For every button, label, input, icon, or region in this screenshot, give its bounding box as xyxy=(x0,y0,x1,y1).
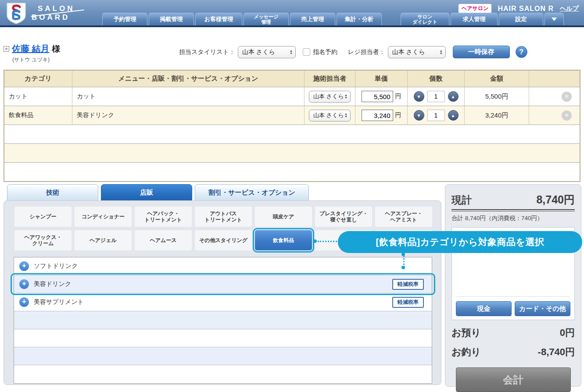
cash-button[interactable]: 現金 xyxy=(456,301,512,316)
stylist-select[interactable]: 山本 さくら ▲▼ xyxy=(238,46,296,58)
customer-honorific: 様 xyxy=(52,43,61,55)
row-staff-select[interactable]: 山本 さくら ▲▼ xyxy=(309,110,351,121)
qty-decrease-button[interactable]: ▼ xyxy=(414,91,424,102)
product-label: 美容サプリメント xyxy=(34,298,84,306)
nav-tab-messages[interactable]: メッセージ 管理 xyxy=(244,13,289,25)
salon-board-logo: SALON BOARD xyxy=(6,2,75,24)
col-menu: メニュー・店販・割引・サービス・オプション xyxy=(72,71,304,87)
unit-price-input[interactable] xyxy=(362,110,393,121)
nav-tab-customers[interactable]: お客様管理 xyxy=(195,13,242,25)
staff-controls: 担当スタイリスト： 山本 さくら ▲▼ 指名予約 レジ担当者： 山本 さくら ▲… xyxy=(179,46,527,58)
delete-row-button[interactable]: ✕ xyxy=(562,110,572,121)
category-food-drink[interactable]: 飲食料品 xyxy=(255,230,312,250)
col-qty: 個数 xyxy=(407,71,464,87)
add-product-icon[interactable]: + xyxy=(19,261,29,271)
nav-tab-reservation[interactable]: 予約管理 xyxy=(102,13,147,25)
yen-suffix: 円 xyxy=(395,111,401,119)
select-arrows-icon: ▲▼ xyxy=(344,113,348,118)
qty-increase-button[interactable]: ▲ xyxy=(448,110,459,121)
order-menu: カット xyxy=(72,87,304,106)
delete-row-button[interactable]: ✕ xyxy=(562,92,572,102)
nomination-label: 指名予約 xyxy=(313,48,337,56)
checkout-panel: 現計 8,740円 合計 8,740円（内消費税：740円） 現金 カード・その… xyxy=(445,184,581,387)
category-scalp-care[interactable]: 頭皮ケア xyxy=(255,207,312,227)
app-header: SALON BOARD ヘアサロン HAIR SALON R ヘルプ 予約管理 … xyxy=(0,0,584,27)
row-staff-value: 山本 さくら xyxy=(313,111,344,119)
product-row-empty xyxy=(14,365,432,383)
expand-customer-icon[interactable]: + xyxy=(4,46,9,52)
category-hair-gel[interactable]: ヘアジェル xyxy=(75,230,132,250)
col-category: カテゴリ xyxy=(4,71,72,87)
callout-connector-dot xyxy=(401,266,405,269)
nav-tab-sales[interactable]: 売上管理 xyxy=(290,13,335,25)
category-shampoo[interactable]: シャンプー xyxy=(14,207,72,227)
tab-technique[interactable]: 技術 xyxy=(7,184,98,201)
yen-suffix: 円 xyxy=(395,93,401,100)
row-staff-select[interactable]: 山本 さくら ▲▼ xyxy=(309,91,351,103)
category-wax-cream[interactable]: ヘアワックス・ クリーム xyxy=(14,230,72,250)
product-row-soft-drink[interactable]: + ソフトドリンク xyxy=(14,257,432,275)
add-product-icon[interactable]: + xyxy=(19,279,29,289)
product-row-empty xyxy=(14,311,432,329)
add-product-icon[interactable]: + xyxy=(19,297,29,307)
category-outbath-treatment[interactable]: アウトバス トリートメント xyxy=(195,207,252,227)
select-arrows-icon: ▲▼ xyxy=(440,50,443,55)
nomination-checkbox[interactable] xyxy=(303,48,310,56)
product-row-beauty-supplement[interactable]: + 美容サプリメント 軽減税率 xyxy=(14,293,432,311)
category-other-styling[interactable]: その他スタイリング xyxy=(195,230,252,250)
help-link[interactable]: ヘルプ xyxy=(560,5,579,13)
order-row-empty xyxy=(4,162,580,181)
chevron-down-icon xyxy=(552,18,557,21)
product-label: 美容ドリンク xyxy=(34,280,71,288)
checkout-button[interactable]: 会計 xyxy=(456,367,571,392)
qty-decrease-button[interactable]: ▼ xyxy=(414,110,424,121)
order-category: カット xyxy=(4,87,72,106)
order-row-2: 飲食料品 美容ドリンク 山本 さくら ▲▼ 円 ▼ ▲ 3,240円 ✕ xyxy=(4,106,580,125)
card-other-button[interactable]: カード・その他 xyxy=(515,301,570,316)
shield-logo-icon xyxy=(6,2,26,24)
callout-connector-dot xyxy=(313,239,317,243)
order-row-1: カット カット 山本 さくら ▲▼ 円 ▼ ▲ 5,500円 ✕ xyxy=(4,87,580,106)
order-table-header: カテゴリ メニュー・店販・割引・サービス・オプション 施術担当者 単価 個数 金… xyxy=(4,71,580,87)
nav-tab-salon-direct[interactable]: サロン ダイレクト xyxy=(401,13,449,25)
cashier-select[interactable]: 山本 さくら ▲▼ xyxy=(388,46,446,58)
cashier-label: レジ担当者： xyxy=(348,48,385,56)
tab-discount-service-option[interactable]: 割引・サービス・オプション xyxy=(195,184,309,201)
tab-retail[interactable]: 店販 xyxy=(101,184,192,201)
nav-tab-analytics[interactable]: 集計・分析 xyxy=(337,13,382,25)
qty-input[interactable] xyxy=(427,110,445,121)
col-delete xyxy=(529,71,580,87)
col-staff: 施術担当者 xyxy=(304,71,355,87)
annotation-callout: [飲食料品]カテゴリから対象商品を選択 xyxy=(338,231,582,253)
category-hairpack-treatment[interactable]: ヘアパック・ トリートメント xyxy=(135,207,192,227)
product-row-beauty-drink[interactable]: + 美容ドリンク 軽減税率 xyxy=(14,275,432,293)
qty-increase-button[interactable]: ▲ xyxy=(448,91,459,102)
callout-connector-line xyxy=(318,241,337,242)
qty-input[interactable] xyxy=(427,91,445,102)
category-hair-mousse[interactable]: ヘアムース xyxy=(135,230,192,250)
temp-save-button[interactable]: 一時保存 xyxy=(453,46,510,58)
nav-tab-settings[interactable]: 設定 xyxy=(499,13,543,25)
unit-price-input[interactable] xyxy=(362,91,393,102)
change-label: お釣り xyxy=(451,346,481,359)
category-conditioner[interactable]: コンディショナー xyxy=(75,207,132,227)
menu-tabs: 技術 店販 割引・サービス・オプション xyxy=(7,184,309,201)
select-arrows-icon: ▲▼ xyxy=(290,50,293,55)
divider xyxy=(451,209,575,211)
customer-name-link[interactable]: 佐藤 結月 xyxy=(12,43,50,55)
category-prestyling[interactable]: プレスタイリング・ 寝ぐせ直し xyxy=(315,207,372,227)
nav-tab-listing[interactable]: 掲載管理 xyxy=(149,13,194,25)
customer-info: + 佐藤 結月 様 (サトウ ユヅキ) xyxy=(4,43,61,64)
help-button[interactable]: ? xyxy=(516,46,527,58)
order-row-empty xyxy=(4,125,580,143)
deposit-value: 0円 xyxy=(560,326,575,339)
row-amount: 3,240円 xyxy=(485,111,509,120)
subtotal-label: 現計 xyxy=(451,193,472,207)
nav-more-tab[interactable] xyxy=(545,13,564,25)
col-unit-price: 単価 xyxy=(355,71,407,87)
order-category: 飲食料品 xyxy=(4,106,72,125)
product-row-empty xyxy=(14,329,432,347)
salon-type-badge: ヘアサロン xyxy=(459,4,491,13)
category-hairspray-mist[interactable]: ヘアスプレー・ ヘアミスト xyxy=(375,207,432,227)
nav-tab-recruiting[interactable]: 求人管理 xyxy=(451,13,498,25)
